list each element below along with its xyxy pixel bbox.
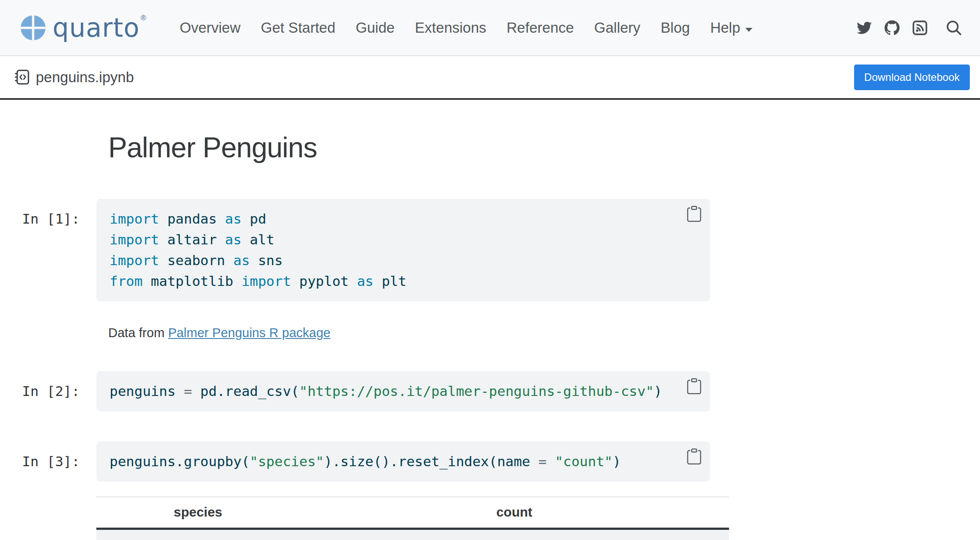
- code-block: penguins = pd.read_csv("https://pos.it/p…: [96, 371, 710, 411]
- notebook-file-info: penguins.ipynb: [14, 69, 134, 86]
- nav-link-blog[interactable]: Blog: [661, 19, 690, 36]
- twitter-icon[interactable]: [857, 20, 872, 35]
- cell-execution-label: In [1]:: [22, 199, 96, 229]
- code-cell-3: In [3]: penguins.groupby("species").size…: [22, 441, 980, 482]
- github-icon[interactable]: [885, 20, 900, 35]
- notebook-header: penguins.ipynb Download Notebook: [0, 56, 980, 100]
- markdown-paragraph: Data from Palmer Penguins R package: [108, 324, 980, 341]
- notebook-content: Palmer Penguins In [1]: import pandas as…: [0, 131, 980, 540]
- dataframe-table: species count: [96, 496, 729, 540]
- nav-link-reference[interactable]: Reference: [507, 19, 574, 36]
- nav-link-gallery[interactable]: Gallery: [594, 19, 641, 36]
- nav-link-guide[interactable]: Guide: [356, 19, 395, 36]
- cell-execution-label: In [2]:: [22, 371, 96, 402]
- primary-nav: Overview Get Started Guide Extensions Re…: [180, 19, 753, 36]
- nav-link-help-label: Help: [710, 19, 740, 36]
- dataframe-output: species count: [96, 496, 729, 540]
- top-navbar: quarto ® Overview Get Started Guide Exte…: [0, 0, 980, 56]
- copy-code-button[interactable]: [686, 449, 702, 464]
- copy-code-button[interactable]: [686, 206, 702, 222]
- page: quarto ® Overview Get Started Guide Exte…: [0, 0, 980, 540]
- code-listing: penguins.groupby("species").size().reset…: [110, 451, 697, 472]
- nav-link-help[interactable]: Help: [710, 19, 752, 36]
- code-cell-2: In [2]: penguins = pd.read_csv("https://…: [22, 371, 980, 411]
- chevron-down-icon: [745, 28, 752, 32]
- clipboard-icon: [686, 449, 702, 464]
- code-listing: import pandas as pdimport altair as alti…: [110, 209, 697, 292]
- quarto-logo[interactable]: quarto ®: [20, 15, 145, 41]
- copy-code-button[interactable]: [686, 378, 702, 394]
- table-header-row: species count: [96, 497, 729, 529]
- nav-link-extensions[interactable]: Extensions: [415, 19, 486, 36]
- page-title: Palmer Penguins: [108, 131, 980, 165]
- quarto-wordmark: quarto: [53, 15, 140, 41]
- table-row: [96, 529, 729, 540]
- palmer-penguins-r-package-link[interactable]: Palmer Penguins R package: [168, 326, 330, 340]
- search-icon[interactable]: [940, 19, 962, 36]
- download-notebook-button[interactable]: Download Notebook: [854, 65, 970, 90]
- journal-code-icon: [14, 69, 30, 85]
- column-header-species: species: [96, 497, 300, 529]
- navbar-tools: [857, 19, 962, 36]
- clipboard-icon: [686, 378, 702, 394]
- code-block: import pandas as pdimport altair as alti…: [96, 199, 710, 301]
- code-cell-1: In [1]: import pandas as pdimport altair…: [22, 199, 980, 301]
- code-listing: penguins = pd.read_csv("https://pos.it/p…: [110, 381, 697, 402]
- clipboard-icon: [686, 206, 702, 222]
- column-header-count: count: [300, 497, 729, 529]
- nav-link-get-started[interactable]: Get Started: [261, 19, 335, 36]
- rss-icon[interactable]: [912, 20, 927, 35]
- notebook-filename: penguins.ipynb: [36, 69, 134, 86]
- paragraph-text: Data from: [108, 326, 168, 340]
- cell-execution-label: In [3]:: [22, 441, 96, 472]
- quarto-logo-icon: [20, 15, 46, 41]
- nav-link-overview[interactable]: Overview: [180, 19, 241, 36]
- registered-mark: ®: [141, 14, 146, 23]
- code-block: penguins.groupby("species").size().reset…: [96, 441, 710, 482]
